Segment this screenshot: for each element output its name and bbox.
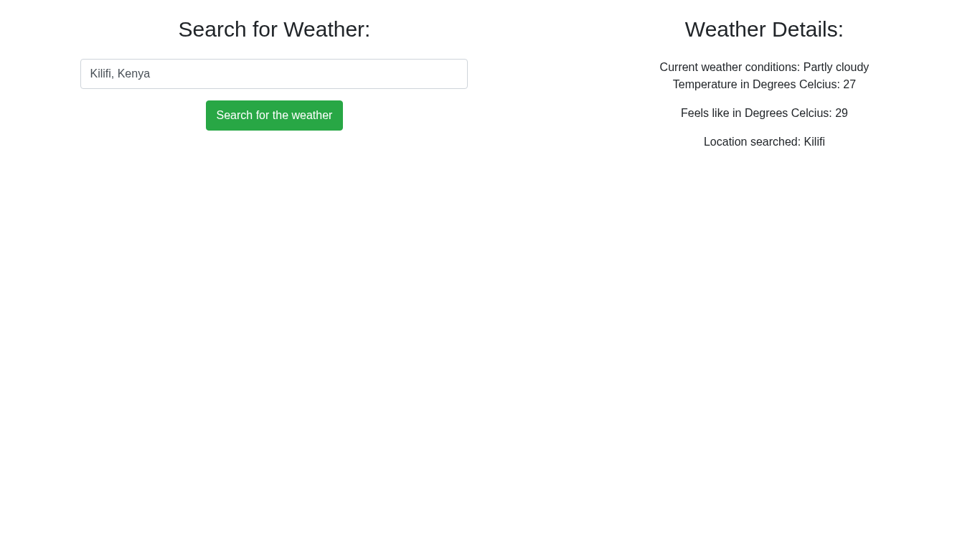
details-panel: Weather Details: Current weather conditi… (549, 0, 980, 162)
search-button[interactable]: Search for the weather (206, 100, 344, 131)
conditions-text: Current weather conditions: Partly cloud… (560, 59, 969, 76)
location-block: Location searched: Kilifi (560, 133, 969, 151)
main-container: Search for Weather: Search for the weath… (0, 0, 980, 162)
temperature-text: Temperature in Degrees Celcius: 27 (560, 76, 969, 93)
feels-like-block: Feels like in Degrees Celcius: 29 (560, 105, 969, 122)
details-heading: Weather Details: (560, 17, 969, 42)
location-text: Location searched: Kilifi (560, 133, 969, 151)
search-heading: Search for Weather: (11, 17, 537, 42)
search-panel: Search for Weather: Search for the weath… (0, 0, 549, 162)
conditions-block: Current weather conditions: Partly cloud… (560, 59, 969, 93)
location-input[interactable] (80, 59, 468, 89)
feels-like-text: Feels like in Degrees Celcius: 29 (560, 105, 969, 122)
